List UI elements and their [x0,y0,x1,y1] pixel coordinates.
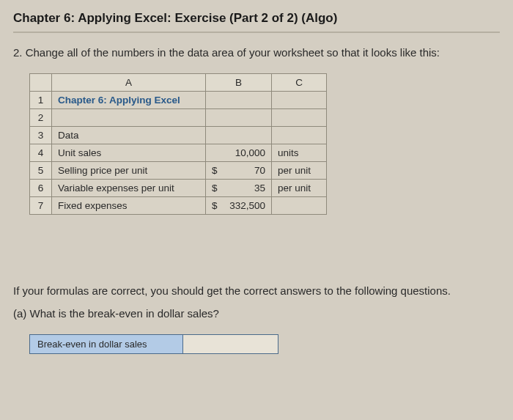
cell-b3 [206,127,272,144]
page-title: Chapter 6: Applying Excel: Exercise (Par… [13,11,500,26]
table-row: 4 Unit sales 10,000 units [30,144,327,162]
answer-row: Break-even in dollar sales [29,334,500,354]
cell-a3: Data [52,127,206,144]
currency-value: 35 [254,183,265,194]
cell-b4: 10,000 [206,144,272,162]
currency-value: 70 [254,165,265,176]
instruction-text: 2. Change all of the numbers in the data… [13,46,500,59]
cell-a7: Fixed expenses [52,197,206,215]
currency-symbol: $ [212,200,218,211]
cell-b6: $35 [206,180,272,197]
break-even-input[interactable] [183,334,278,354]
row-number: 7 [30,197,52,215]
col-header-a: A [52,74,206,92]
worksheet-table: A B C 1 Chapter 6: Applying Excel 2 3 Da… [29,73,327,215]
divider [13,32,500,33]
cell-b5: $70 [206,162,272,180]
cell-c2 [272,109,327,127]
question-a: (a) What is the break-even in dollar sal… [13,307,500,320]
answer-label: Break-even in dollar sales [29,334,183,354]
currency-symbol: $ [212,165,218,176]
cell-c6: per unit [272,180,327,197]
cell-b1 [206,92,272,109]
cell-a1: Chapter 6: Applying Excel [52,92,206,109]
col-header-b: B [206,74,272,92]
row-number: 3 [30,127,52,144]
table-row: 5 Selling price per unit $70 per unit [30,162,327,180]
table-row: 3 Data [30,127,327,144]
corner-cell [30,74,52,92]
cell-b7: $332,500 [206,197,272,215]
cell-a6: Variable expenses per unit [52,180,206,197]
cell-c3 [272,127,327,144]
row-number: 4 [30,144,52,162]
table-row: 1 Chapter 6: Applying Excel [30,92,327,109]
row-number: 1 [30,92,52,109]
row-number: 6 [30,180,52,197]
table-row: 6 Variable expenses per unit $35 per uni… [30,180,327,197]
note-text: If your formulas are correct, you should… [13,284,500,297]
table-row: 7 Fixed expenses $332,500 [30,197,327,215]
cell-c5: per unit [272,162,327,180]
currency-symbol: $ [212,183,218,194]
cell-b2 [206,109,272,127]
row-number: 2 [30,109,52,127]
cell-c1 [272,92,327,109]
currency-value: 332,500 [229,200,265,211]
cell-a5: Selling price per unit [52,162,206,180]
row-number: 5 [30,162,52,180]
cell-a4: Unit sales [52,144,206,162]
table-row: 2 [30,109,327,127]
col-header-c: C [272,74,327,92]
cell-c7 [272,197,327,215]
cell-c4: units [272,144,327,162]
cell-a2 [52,109,206,127]
